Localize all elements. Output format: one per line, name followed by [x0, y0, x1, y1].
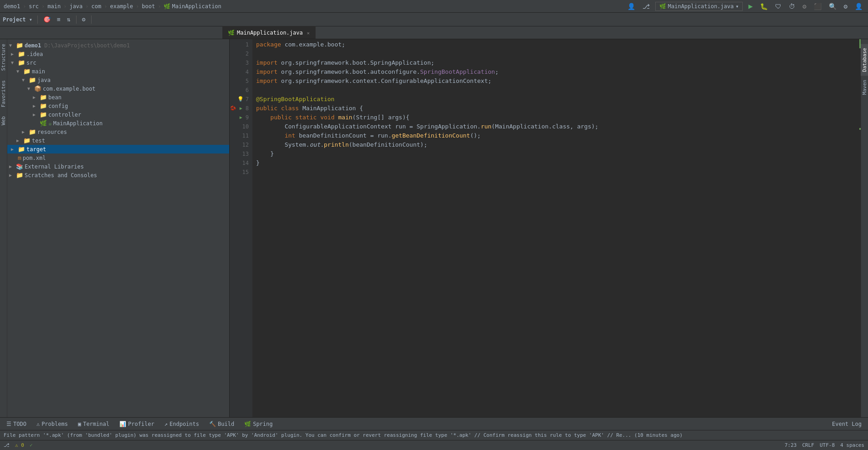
- tree-item-controller[interactable]: ▶ 📁 controller: [7, 110, 229, 119]
- chevron-src: ▼: [11, 60, 16, 65]
- profile-run-button[interactable]: ⏱: [787, 2, 797, 11]
- top-bar: demo1 › src › main › java › com › exampl…: [0, 0, 868, 13]
- avatar-icon[interactable]: 👤: [853, 2, 864, 11]
- breadcrumb-com[interactable]: com: [92, 3, 102, 10]
- tab-close-btn[interactable]: ✕: [307, 31, 310, 36]
- profile-icon[interactable]: 👤: [626, 2, 637, 11]
- play-indicator-8[interactable]: ▶: [240, 104, 242, 113]
- gutter-15: 15: [230, 168, 249, 177]
- endpoints-icon: ↗: [164, 421, 168, 427]
- todo-tab[interactable]: ☰ TODO: [2, 419, 31, 429]
- tree-item-ext-libs[interactable]: ▶ 📚 External Libraries: [7, 162, 229, 171]
- profiler-tab[interactable]: 📊 Profiler: [115, 419, 159, 429]
- warnings-label[interactable]: ⚠ 0: [15, 442, 24, 448]
- folder-icon-target: 📁: [18, 146, 25, 153]
- editor-right-margin: [855, 39, 861, 417]
- status-right: 7:23 CRLF UTF-8 4 spaces: [785, 442, 864, 448]
- gutter-6: 6: [230, 86, 249, 95]
- breadcrumb-example[interactable]: example: [110, 3, 133, 10]
- folder-icon-demo1: 📁: [16, 42, 23, 49]
- breadcrumb-demo1[interactable]: demo1: [4, 3, 20, 10]
- search-icon[interactable]: 🔍: [827, 2, 838, 11]
- code-line-8: public class MainApplication {: [252, 104, 855, 113]
- tree-item-target[interactable]: ▶ 📁 target: [7, 145, 229, 153]
- problems-tab[interactable]: ⚠ Problems: [32, 419, 72, 429]
- web-tab[interactable]: Web: [0, 112, 8, 130]
- tree-item-config[interactable]: ▶ 📁 config: [7, 102, 229, 110]
- code-line-12: System.out.println(beanDefinitionCount);: [252, 140, 855, 149]
- event-log-tab[interactable]: Event Log: [827, 419, 866, 429]
- settings-gear-btn[interactable]: ⚙: [80, 15, 88, 24]
- chevron-controller: ▶: [33, 112, 38, 117]
- tree-item-main[interactable]: ▼ 📁 main: [7, 67, 229, 76]
- tree-item-java[interactable]: ▼ 📁 java: [7, 76, 229, 84]
- maven-tab[interactable]: Maven: [861, 76, 868, 98]
- folder-icon-bean: 📁: [40, 94, 47, 101]
- profiler-icon: 📊: [119, 421, 126, 427]
- tree-item-src[interactable]: ▼ 📁 src: [7, 58, 229, 67]
- gutter-7: 💡 7: [230, 95, 249, 104]
- tree-item-bean[interactable]: ▶ 📁 bean: [7, 93, 229, 102]
- tree-item-mainapp[interactable]: ▶ 🌿 ☕ MainApplication: [7, 119, 229, 128]
- spring-tab[interactable]: 🌿 Spring: [240, 419, 277, 429]
- tab-main-application[interactable]: 🌿 MainApplication.java ✕: [222, 26, 316, 39]
- code-line-9: public static void main(String[] args){: [252, 113, 855, 122]
- debug-button[interactable]: 🐛: [758, 2, 770, 11]
- tree-item-scratches[interactable]: ▶ 📁 Scratches and Consoles: [7, 171, 229, 179]
- code-editor[interactable]: package com.example.boot; import org.spr…: [252, 39, 855, 417]
- database-tab[interactable]: Database: [861, 44, 868, 76]
- sep4: ›: [85, 3, 88, 10]
- structure-tab[interactable]: Structure: [0, 39, 8, 76]
- play-indicator-9[interactable]: ▶: [240, 113, 242, 122]
- tree-item-pomxml[interactable]: ▶ m pom.xml: [7, 153, 229, 162]
- chevron-target: ▶: [11, 147, 16, 152]
- bean-indicator[interactable]: 🫘: [230, 104, 236, 113]
- todo-icon: ☰: [6, 421, 11, 427]
- tree-item-package[interactable]: ▼ 📦 com.example.boot: [7, 84, 229, 93]
- lightbulb-icon[interactable]: 💡: [237, 95, 244, 104]
- label-package: com.example.boot: [43, 86, 96, 92]
- run-config-dropdown[interactable]: 🌿 MainApplication.java ▾: [655, 2, 743, 11]
- label-controller: controller: [48, 112, 81, 118]
- build-tab[interactable]: 🔨 Build: [205, 419, 239, 429]
- breadcrumb-src[interactable]: src: [29, 3, 39, 10]
- xml-icon-pomxml: m: [18, 154, 21, 161]
- code-line-1: package com.example.boot;: [252, 40, 855, 49]
- terminal-tab[interactable]: ▣ Terminal: [73, 419, 114, 429]
- folder-icon-package: 📦: [34, 85, 41, 92]
- tree-item-resources[interactable]: ▶ 📁 resources: [7, 128, 229, 136]
- tree-item-demo1[interactable]: ▼ 📁 demo1 D:\JavaProjects\boot\demo1: [7, 41, 229, 50]
- code-line-7: @SpringBootApplication: [252, 95, 855, 104]
- gutter-5: 5: [230, 77, 249, 86]
- tree-item-idea[interactable]: ▶ 📁 .idea: [7, 50, 229, 58]
- label-demo1: demo1: [25, 42, 41, 49]
- endpoints-tab[interactable]: ↗ Endpoints: [160, 419, 204, 429]
- encoding[interactable]: UTF-8: [820, 442, 835, 448]
- breadcrumb-boot[interactable]: boot: [142, 3, 155, 10]
- sort-btn[interactable]: ⇅: [65, 15, 73, 24]
- errors-label[interactable]: ✓: [30, 442, 33, 448]
- tree-item-test[interactable]: ▶ 📁 test: [7, 136, 229, 145]
- breadcrumb-java[interactable]: java: [69, 3, 82, 10]
- stop-button[interactable]: ⬛: [812, 2, 823, 11]
- settings-icon[interactable]: ⚙: [842, 2, 849, 11]
- breadcrumb-main[interactable]: main: [47, 3, 61, 10]
- chevron-java: ▼: [22, 77, 27, 82]
- coverage-button[interactable]: 🛡: [773, 2, 783, 11]
- vcs-icon[interactable]: ⎇: [641, 2, 652, 11]
- locate-file-btn[interactable]: 🎯: [41, 15, 53, 24]
- chevron-ext-libs: ▶: [9, 164, 15, 169]
- collapse-btn[interactable]: ≡: [55, 15, 63, 24]
- problems-icon: ⚠: [36, 421, 40, 427]
- chevron-bean: ▶: [33, 95, 38, 100]
- folder-icon-scratches: 📁: [16, 172, 23, 179]
- run-config-label: MainApplication.java: [668, 3, 734, 10]
- right-side-panels: Database Maven: [861, 39, 868, 417]
- cursor-position[interactable]: 7:23: [785, 442, 797, 448]
- favorites-tab[interactable]: Favorites: [0, 76, 8, 112]
- line-separator[interactable]: CRLF: [802, 442, 814, 448]
- breadcrumb-mainapp[interactable]: 🌿 MainApplication: [164, 3, 221, 10]
- run-button[interactable]: ▶: [746, 1, 755, 11]
- indent-info[interactable]: 4 spaces: [840, 442, 864, 448]
- build-button[interactable]: ⚙: [801, 2, 808, 11]
